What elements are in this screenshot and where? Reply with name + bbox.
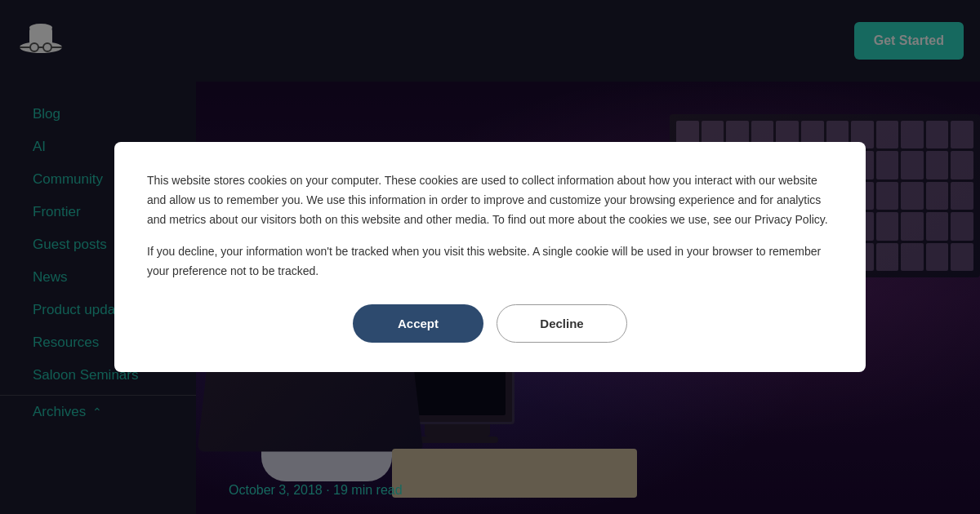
cookie-buttons: Accept Decline [147,304,833,343]
cookie-secondary-text: If you decline, your information won't b… [147,242,833,281]
decline-button[interactable]: Decline [497,304,627,343]
cookie-primary-text: This website stores cookies on your comp… [147,171,833,229]
cookie-modal: This website stores cookies on your comp… [114,142,866,372]
accept-button[interactable]: Accept [353,304,483,343]
cookie-modal-overlay: This website stores cookies on your comp… [0,0,980,514]
